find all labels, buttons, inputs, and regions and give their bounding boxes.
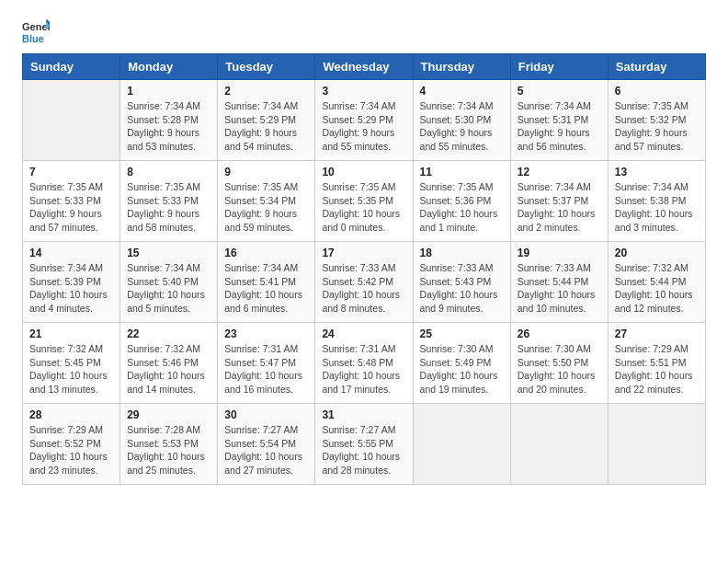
day-info: Sunrise: 7:31 AMSunset: 5:48 PMDaylight:… [322,342,405,396]
sunset-label: Sunset: 5:52 PM [29,438,101,449]
calendar-cell: 28Sunrise: 7:29 AMSunset: 5:52 PMDayligh… [23,404,120,485]
calendar-cell: 17Sunrise: 7:33 AMSunset: 5:42 PMDayligh… [315,242,413,323]
calendar-cell: 22Sunrise: 7:32 AMSunset: 5:46 PMDayligh… [120,323,218,404]
daylight-label: Daylight: 10 hours and 2 minutes. [518,208,596,233]
sunset-label: Sunset: 5:36 PM [420,195,492,206]
logo: General Blue [22,18,50,46]
sunrise-label: Sunrise: 7:34 AM [127,262,200,273]
day-info: Sunrise: 7:35 AMSunset: 5:32 PMDaylight:… [615,99,699,154]
sunrise-label: Sunrise: 7:32 AM [29,343,103,354]
calendar-table: SundayMondayTuesdayWednesdayThursdayFrid… [22,53,706,485]
sunrise-label: Sunrise: 7:34 AM [518,181,591,192]
day-number: 18 [420,247,504,259]
daylight-label: Daylight: 10 hours and 3 minutes. [615,208,693,233]
daylight-label: Daylight: 10 hours and 19 minutes. [420,370,498,395]
calendar-cell: 9Sunrise: 7:35 AMSunset: 5:34 PMDaylight… [218,161,315,242]
day-number: 2 [224,85,308,98]
svg-text:Blue: Blue [22,33,44,44]
day-info: Sunrise: 7:34 AMSunset: 5:29 PMDaylight:… [322,99,405,154]
day-number: 14 [29,247,113,259]
day-number: 30 [224,408,308,421]
calendar-cell: 21Sunrise: 7:32 AMSunset: 5:45 PMDayligh… [23,323,120,404]
day-number: 21 [29,327,113,340]
calendar-cell: 7Sunrise: 7:35 AMSunset: 5:33 PMDaylight… [23,161,120,242]
calendar-week-row: 1Sunrise: 7:34 AMSunset: 5:28 PMDaylight… [23,80,706,161]
weekday-header-tuesday: Tuesday [218,54,315,80]
day-info: Sunrise: 7:33 AMSunset: 5:43 PMDaylight:… [420,261,504,316]
calendar-cell: 26Sunrise: 7:30 AMSunset: 5:50 PMDayligh… [510,323,608,404]
daylight-label: Daylight: 10 hours and 8 minutes. [322,289,400,314]
daylight-label: Daylight: 9 hours and 53 minutes. [127,127,199,152]
day-info: Sunrise: 7:35 AMSunset: 5:35 PMDaylight:… [322,180,405,235]
calendar-cell [510,404,608,485]
daylight-label: Daylight: 10 hours and 28 minutes. [322,451,400,476]
day-info: Sunrise: 7:33 AMSunset: 5:44 PMDaylight:… [518,261,601,316]
sunrise-label: Sunrise: 7:27 AM [224,424,298,435]
day-info: Sunrise: 7:27 AMSunset: 5:55 PMDaylight:… [322,423,405,477]
calendar-cell: 15Sunrise: 7:34 AMSunset: 5:40 PMDayligh… [120,242,218,323]
day-info: Sunrise: 7:28 AMSunset: 5:53 PMDaylight:… [127,423,210,477]
sunrise-label: Sunrise: 7:30 AM [518,343,591,354]
day-info: Sunrise: 7:34 AMSunset: 5:41 PMDaylight:… [224,261,308,316]
calendar-cell: 14Sunrise: 7:34 AMSunset: 5:39 PMDayligh… [23,242,120,323]
day-info: Sunrise: 7:35 AMSunset: 5:33 PMDaylight:… [127,180,210,235]
day-number: 5 [518,85,601,98]
sunset-label: Sunset: 5:39 PM [29,276,101,287]
sunrise-label: Sunrise: 7:35 AM [29,181,103,192]
calendar-week-row: 21Sunrise: 7:32 AMSunset: 5:45 PMDayligh… [23,323,706,404]
logo-svg: General Blue [22,18,50,46]
sunrise-label: Sunrise: 7:35 AM [224,181,298,192]
sunrise-label: Sunrise: 7:35 AM [127,181,200,192]
daylight-label: Daylight: 10 hours and 22 minutes. [615,370,693,395]
day-number: 28 [29,408,113,421]
sunset-label: Sunset: 5:55 PM [322,438,393,449]
day-info: Sunrise: 7:34 AMSunset: 5:40 PMDaylight:… [127,261,210,316]
sunset-label: Sunset: 5:37 PM [518,195,589,206]
weekday-header-thursday: Thursday [413,54,510,80]
weekday-header-saturday: Saturday [608,54,705,80]
calendar-cell: 16Sunrise: 7:34 AMSunset: 5:41 PMDayligh… [218,242,315,323]
sunset-label: Sunset: 5:50 PM [518,357,589,368]
sunset-label: Sunset: 5:41 PM [224,276,296,287]
day-number: 22 [127,327,210,340]
day-number: 17 [322,247,405,259]
daylight-label: Daylight: 10 hours and 6 minutes. [224,289,302,314]
day-number: 1 [127,85,210,98]
daylight-label: Daylight: 10 hours and 27 minutes. [224,451,302,476]
day-number: 10 [322,166,405,178]
day-info: Sunrise: 7:35 AMSunset: 5:36 PMDaylight:… [420,180,504,235]
day-number: 16 [224,247,308,259]
sunset-label: Sunset: 5:46 PM [127,357,199,368]
page-header: General Blue [22,18,706,46]
sunrise-label: Sunrise: 7:29 AM [615,343,688,354]
sunset-label: Sunset: 5:30 PM [420,114,492,125]
calendar-cell: 12Sunrise: 7:34 AMSunset: 5:37 PMDayligh… [510,161,608,242]
day-info: Sunrise: 7:32 AMSunset: 5:46 PMDaylight:… [127,342,210,396]
day-number: 25 [420,327,504,340]
sunset-label: Sunset: 5:45 PM [29,357,101,368]
sunrise-label: Sunrise: 7:33 AM [322,262,395,273]
calendar-cell [608,404,705,485]
sunrise-label: Sunrise: 7:34 AM [322,100,395,111]
day-number: 20 [615,247,699,259]
svg-text:General: General [22,21,50,32]
sunset-label: Sunset: 5:32 PM [615,114,687,125]
daylight-label: Daylight: 10 hours and 17 minutes. [322,370,400,395]
daylight-label: Daylight: 10 hours and 12 minutes. [615,289,693,314]
sunrise-label: Sunrise: 7:31 AM [322,343,395,354]
calendar-cell: 6Sunrise: 7:35 AMSunset: 5:32 PMDaylight… [608,80,705,161]
logo-container: General Blue [22,18,50,46]
day-info: Sunrise: 7:27 AMSunset: 5:54 PMDaylight:… [224,423,308,477]
sunset-label: Sunset: 5:35 PM [322,195,393,206]
sunrise-label: Sunrise: 7:28 AM [127,424,200,435]
day-number: 24 [322,327,405,340]
daylight-label: Daylight: 10 hours and 1 minute. [420,208,498,233]
calendar-cell [413,404,510,485]
daylight-label: Daylight: 9 hours and 58 minutes. [127,208,199,233]
sunrise-label: Sunrise: 7:27 AM [322,424,395,435]
calendar-week-row: 28Sunrise: 7:29 AMSunset: 5:52 PMDayligh… [23,404,706,485]
day-info: Sunrise: 7:29 AMSunset: 5:51 PMDaylight:… [615,342,699,396]
day-info: Sunrise: 7:30 AMSunset: 5:50 PMDaylight:… [518,342,601,396]
sunrise-label: Sunrise: 7:32 AM [127,343,200,354]
day-info: Sunrise: 7:34 AMSunset: 5:28 PMDaylight:… [127,99,210,154]
